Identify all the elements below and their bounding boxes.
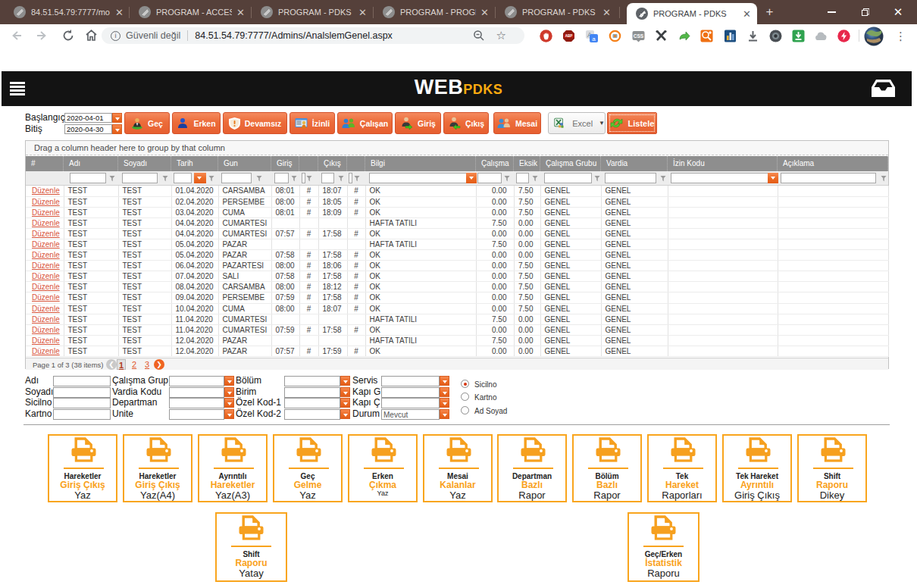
svg-text:a: a: [592, 36, 596, 42]
svg-text:CSS: CSS: [634, 33, 644, 39]
svg-text:ABP: ABP: [565, 34, 573, 38]
